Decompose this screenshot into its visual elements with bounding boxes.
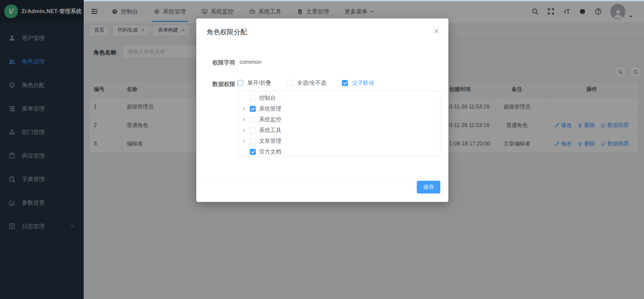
tree-node-system-mgmt[interactable]: 系统管理 bbox=[239, 103, 440, 114]
tree-checkbox[interactable] bbox=[250, 127, 256, 133]
tree-checkbox[interactable] bbox=[250, 138, 256, 144]
tree-node-label: 控制台 bbox=[259, 94, 276, 102]
tree-node-console[interactable]: 控制台 bbox=[239, 93, 440, 103]
permission-tree: 控制台 系统管理 系统监控 系统工具 文章管理 bbox=[239, 91, 440, 157]
option-label: 父子联动 bbox=[352, 79, 374, 87]
caret-slot bbox=[242, 129, 250, 132]
data-perm-label: 数据权限 bbox=[202, 80, 235, 88]
caret-right-icon[interactable] bbox=[243, 129, 245, 132]
option-label: 全选/全不选 bbox=[297, 79, 326, 87]
dialog-title: 角色权限分配 bbox=[207, 28, 247, 37]
caret-slot bbox=[242, 118, 250, 121]
role-permission-dialog: 角色权限分配 权限字符 common 数据权限 展开/折叠 全选/全不选 父子联… bbox=[196, 18, 448, 202]
parent-child-link-checkbox[interactable] bbox=[342, 80, 348, 86]
caret-slot bbox=[242, 139, 250, 143]
tree-checkbox[interactable] bbox=[250, 117, 256, 123]
expand-collapse-checkbox[interactable] bbox=[237, 80, 243, 86]
tree-node-article-mgmt[interactable]: 文章管理 bbox=[239, 136, 440, 146]
app-root: V ZrAdmin.NET-管理系统 用户管理 角色管理 角色分配 菜单管理 bbox=[0, 0, 644, 299]
caret-right-icon[interactable] bbox=[243, 118, 245, 121]
tree-checkbox[interactable] bbox=[250, 106, 256, 112]
caret-slot bbox=[242, 107, 250, 111]
option-label: 展开/折叠 bbox=[247, 79, 271, 87]
tree-node-system-tools[interactable]: 系统工具 bbox=[239, 125, 440, 136]
select-all-option[interactable]: 全选/全不选 bbox=[287, 79, 326, 87]
tree-node-label: 文章管理 bbox=[259, 137, 281, 145]
perm-char-label: 权限字符 bbox=[202, 59, 235, 67]
dialog-footer-divider bbox=[196, 176, 448, 176]
tree-node-label: 系统监控 bbox=[259, 116, 281, 123]
select-all-checkbox[interactable] bbox=[287, 80, 293, 86]
top-strip bbox=[84, 0, 644, 1]
save-button-label: 保存 bbox=[423, 184, 434, 191]
close-icon[interactable] bbox=[434, 28, 439, 34]
tree-node-label: 官方文档 bbox=[259, 148, 281, 156]
perm-char-value: common bbox=[240, 59, 261, 66]
tree-node-official-docs[interactable]: 官方文档 bbox=[239, 146, 440, 157]
tree-node-label: 系统管理 bbox=[259, 105, 281, 113]
parent-child-link-option[interactable]: 父子联动 bbox=[342, 79, 374, 87]
save-button[interactable]: 保存 bbox=[417, 181, 440, 194]
tree-checkbox[interactable] bbox=[250, 95, 256, 101]
caret-right-icon[interactable] bbox=[243, 139, 245, 143]
tree-node-label: 系统工具 bbox=[259, 127, 281, 134]
caret-right-icon[interactable] bbox=[243, 107, 245, 111]
tree-node-system-monitor[interactable]: 系统监控 bbox=[239, 114, 440, 125]
tree-checkbox[interactable] bbox=[250, 149, 256, 155]
expand-collapse-option[interactable]: 展开/折叠 bbox=[237, 79, 271, 87]
